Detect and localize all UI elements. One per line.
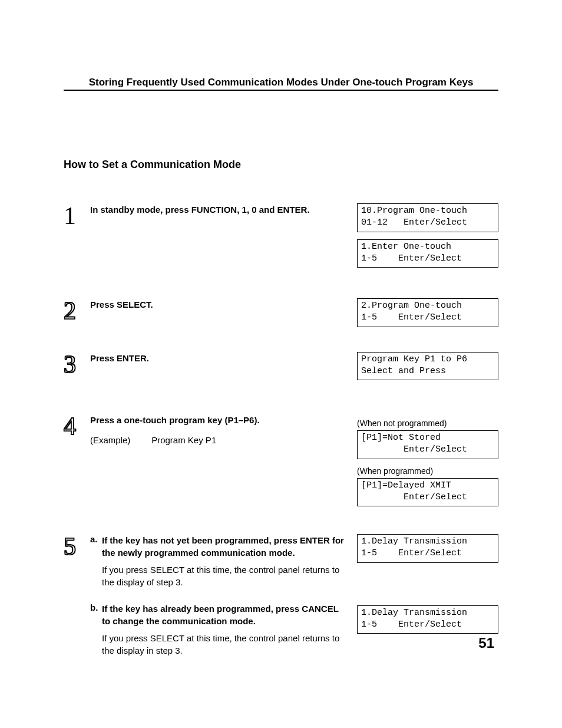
lcd-line: 1-5 Enter/Select	[361, 312, 462, 322]
step-3: 3 Press ENTER. Program Key P1 to P6 Sele…	[64, 352, 498, 388]
lcd-line: 2.Program One-touch	[361, 301, 462, 311]
lcd-display: 1.Delay Transmission 1-5 Enter/Select	[357, 605, 498, 634]
lcd-display: 1.Enter One-touch 1-5 Enter/Select	[357, 239, 498, 268]
step-instruction: Press SELECT.	[90, 298, 345, 311]
example-label: (Example)	[90, 435, 149, 445]
display-caption: (When programmed)	[357, 466, 498, 476]
display-caption: (When not programmed)	[357, 419, 498, 428]
lcd-line: 1-5 Enter/Select	[361, 548, 462, 558]
display-column: (When not programmed) [P1]=Not Stored En…	[357, 414, 498, 513]
substep-body: If the key has not yet been programmed, …	[102, 534, 345, 598]
step-body: a. If the key has not yet been programme…	[90, 534, 357, 671]
lcd-line: Select and Press	[361, 366, 446, 376]
lcd-line: [P1]=Delayed XMIT	[361, 480, 451, 490]
step-2: 2 Press SELECT. 2.Program One-touch 1-5 …	[64, 298, 498, 334]
step-body: Press ENTER.	[90, 352, 357, 368]
substep-text: If you press SELECT at this time, the co…	[102, 564, 345, 588]
substep-b: b. If the key has already been programme…	[90, 602, 345, 666]
lcd-line: 01-12 Enter/Select	[361, 218, 467, 228]
page-number: 51	[478, 635, 494, 651]
display-column: 2.Program One-touch 1-5 Enter/Select	[357, 298, 498, 334]
running-header: Storing Frequently Used Communication Mo…	[64, 77, 498, 91]
lcd-line: Enter/Select	[361, 492, 467, 502]
step-body: In standby mode, press FUNCTION, 1, 0 an…	[90, 203, 357, 219]
step-4: 4 Press a one-touch program key (P1–P6).…	[64, 414, 498, 513]
lcd-line: Program Key P1 to P6	[361, 354, 467, 364]
lcd-line: 1.Delay Transmission	[361, 536, 467, 546]
lcd-display: 10.Program One-touch 01-12 Enter/Select	[357, 203, 498, 232]
step-body: Press SELECT.	[90, 298, 357, 314]
substep-a: a. If the key has not yet been programme…	[90, 534, 345, 598]
example-value: Program Key P1	[151, 435, 216, 445]
step-instruction: In standby mode, press FUNCTION, 1, 0 an…	[90, 203, 345, 216]
lcd-display: 1.Delay Transmission 1-5 Enter/Select	[357, 534, 498, 563]
substep-body: If the key has already been programmed, …	[102, 602, 345, 666]
substep-letter: b.	[90, 602, 102, 666]
lcd-line: [P1]=Not Stored	[361, 433, 441, 443]
lcd-line: 1-5 Enter/Select	[361, 253, 462, 263]
step-number: 3	[64, 352, 90, 377]
substep-letter: a.	[90, 534, 102, 598]
lcd-line: Enter/Select	[361, 444, 467, 454]
lcd-line: 1.Delay Transmission	[361, 608, 467, 618]
substep-text: If you press SELECT at this time, the co…	[102, 632, 345, 657]
lcd-line: 1-5 Enter/Select	[361, 620, 462, 630]
lcd-display: [P1]=Not Stored Enter/Select	[357, 430, 498, 459]
lcd-display: Program Key P1 to P6 Select and Press	[357, 352, 498, 381]
step-number: 4	[64, 414, 90, 439]
step-instruction: Press ENTER.	[90, 352, 345, 364]
step-1: 1 In standby mode, press FUNCTION, 1, 0 …	[64, 203, 498, 275]
example-line: (Example) Program Key P1	[90, 435, 345, 445]
substep-title: If the key has already been programmed, …	[102, 602, 345, 627]
section-heading: How to Set a Communication Mode	[64, 159, 498, 171]
step-instruction: Press a one-touch program key (P1–P6).	[90, 414, 345, 426]
display-column: 1.Delay Transmission 1-5 Enter/Select 1.…	[357, 534, 498, 641]
document-page: Storing Frequently Used Communication Mo…	[0, 0, 562, 671]
step-number: 1	[64, 203, 90, 228]
display-column: Program Key P1 to P6 Select and Press	[357, 352, 498, 388]
lcd-line: 10.Program One-touch	[361, 206, 467, 216]
lcd-line: 1.Enter One-touch	[361, 242, 451, 252]
step-number: 2	[64, 298, 90, 323]
step-number: 5	[64, 534, 90, 559]
step-body: Press a one-touch program key (P1–P6). (…	[90, 414, 357, 445]
lcd-display: [P1]=Delayed XMIT Enter/Select	[357, 478, 498, 507]
step-5: 5 a. If the key has not yet been program…	[64, 534, 498, 671]
substep-title: If the key has not yet been programmed, …	[102, 534, 345, 559]
lcd-display: 2.Program One-touch 1-5 Enter/Select	[357, 298, 498, 327]
display-column: 10.Program One-touch 01-12 Enter/Select …	[357, 203, 498, 275]
